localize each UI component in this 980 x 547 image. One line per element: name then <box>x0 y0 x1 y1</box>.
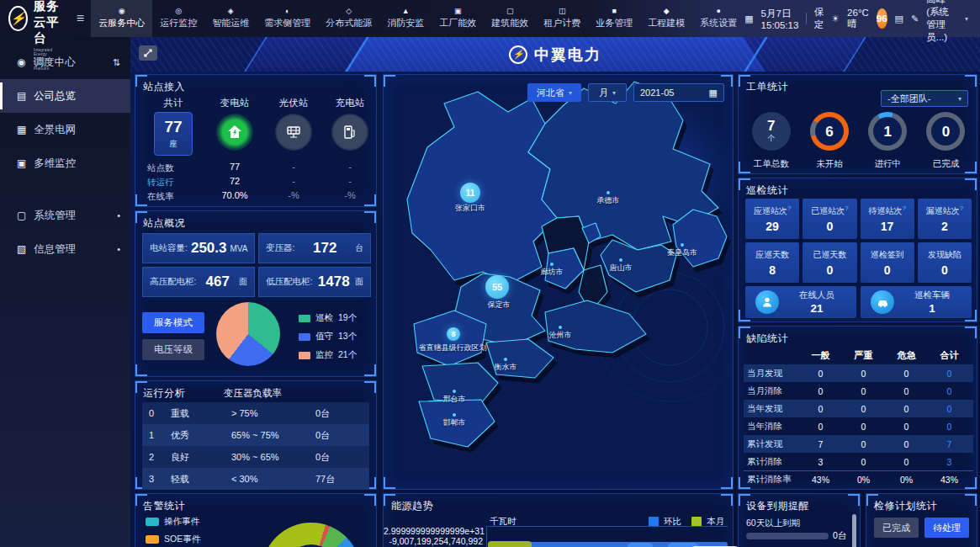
nav-item-engineering-model[interactable]: ◆工程建模 <box>640 0 692 37</box>
panel-title: 缺陷统计 <box>746 332 788 346</box>
help-icon[interactable]: ? <box>902 204 905 212</box>
tile-online-staff[interactable]: 在线人员21 <box>745 286 856 318</box>
sidebar-item-system-mgmt[interactable]: ▢系统管理• <box>0 199 130 232</box>
tile-done-days[interactable]: 已巡天数0 <box>803 242 856 283</box>
total-sites-unit: 座 <box>169 139 177 150</box>
total-sites-value: 77 <box>164 118 182 136</box>
wo-total-circle: 7个 <box>752 112 791 151</box>
fire-safety-icon: ▲ <box>402 8 410 15</box>
dashboard: ⚡ 综合能源服务云平台 Integrated Energy Services C… <box>0 0 980 547</box>
row-label: 在线率 <box>147 191 174 203</box>
y-tick: 2.999999999999999e+31 <box>384 526 483 536</box>
help-icon[interactable]: ? <box>960 204 963 212</box>
city-dot <box>550 263 554 266</box>
tile-missed-visits[interactable]: 漏巡站次?2 <box>918 199 972 239</box>
user-menu[interactable]: 高峰 (系统管理员...) <box>926 0 957 44</box>
notification-badge[interactable]: 96 <box>877 8 887 29</box>
work-orders-panel: 工单统计 -全部团队-▾ 7个 工单总数 6 未开始 1 进行中 <box>738 74 977 174</box>
sidebar-item-company-overview[interactable]: ▤公司总览 <box>0 79 130 113</box>
date-picker[interactable]: 2021-05▦ <box>633 83 724 102</box>
nav-item-demand-side[interactable]: ◐需求侧管理 <box>257 0 318 37</box>
screen-icon: ▣ <box>17 157 26 169</box>
map-region-zhangjiakou[interactable] <box>407 92 557 284</box>
panel-title: 告警统计 <box>143 499 185 513</box>
nav-item-operation-monitor[interactable]: ◎运行监控 <box>152 0 204 37</box>
map-panel: 河北省▾ 月▾ 2021-05▦ 11 张家口市 承德市 秦皇岛市 唐山市 廊坊… <box>383 74 734 490</box>
legend-swatch <box>299 352 310 359</box>
city-label-tangshan: 唐山市 <box>610 263 633 274</box>
nav-item-distributed-energy[interactable]: ◇分布式能源 <box>318 0 379 37</box>
voltage-level-button[interactable]: 电压等级 <box>142 339 204 360</box>
city-label-cangzhou: 沧州市 <box>549 330 572 341</box>
help-icon[interactable]: ? <box>787 204 791 212</box>
sidebar-item-dispatch-center[interactable]: ◉调度中心⇅ <box>0 45 130 79</box>
tile-defects-found[interactable]: 发现缺陷0 <box>918 242 972 283</box>
legend-item: 值守13个 <box>299 331 357 343</box>
company-logo-icon: ⚡ <box>509 45 527 64</box>
inspection-wide-tiles: 在线人员21 巡检车辆1 <box>745 286 972 318</box>
site-count-bubble-shijiazhuang[interactable]: 8 <box>447 327 460 341</box>
column-header: 共计 <box>151 97 196 109</box>
pencil-icon[interactable]: ✎ <box>911 13 919 24</box>
city-dot <box>681 243 684 247</box>
tile-checkins[interactable]: 巡检签到0 <box>861 242 914 283</box>
cell-value: - <box>327 162 373 172</box>
expiry-progress-bar <box>746 533 829 539</box>
row-label: 转运行 <box>147 177 174 189</box>
maintenance-filter-buttons: 已完成 待处理 <box>874 518 969 538</box>
province-select[interactable]: 河北省▾ <box>527 83 581 102</box>
sidebar-item-info-mgmt[interactable]: ▧信息管理• <box>0 232 130 266</box>
site-count-bubble-zhangjiakou[interactable]: 11 <box>460 183 480 203</box>
alarm-stats-panel: 告警统计 操作事件 SOE事件 <box>135 493 377 547</box>
panel-title: 站点接入 <box>143 80 185 94</box>
team-filter-select[interactable]: -全部团队-▾ <box>881 90 968 107</box>
period-select[interactable]: 月▾ <box>588 83 627 102</box>
city-dot <box>607 191 610 194</box>
top-nav: ◉云服务中心 ◎运行监控 ◈智能运维 ◐需求侧管理 ◇分布式能源 ▲消防安监 ▣… <box>91 0 744 37</box>
table-header-row: 一般严重危急合计 <box>744 347 973 364</box>
nav-item-cloud-service[interactable]: ◉云服务中心 <box>91 0 152 37</box>
help-icon[interactable]: ? <box>845 204 848 212</box>
alarm-legend: 操作事件 SOE事件 <box>146 516 200 547</box>
city-label-handan: 邯郸市 <box>443 417 466 428</box>
company-icon: ▤ <box>17 90 26 102</box>
nav-item-tenant-billing[interactable]: ◫租户计费 <box>536 0 588 37</box>
nav-item-building-efficiency[interactable]: ▢建筑能效 <box>484 0 536 37</box>
scrollbar[interactable] <box>852 514 856 547</box>
pending-button[interactable]: 待处理 <box>924 518 969 538</box>
energy-trend-panel: 能源趋势 千瓦时 环比 本月 2.999999999999999e+31 -9,… <box>383 493 734 547</box>
city-dot <box>559 326 562 329</box>
app-title: 综合能源服务云平台 <box>34 0 63 46</box>
nav-item-smart-ops[interactable]: ◈智能运维 <box>204 0 257 37</box>
work-order-circles: 7个 工单总数 6 未开始 1 进行中 0 已完成 <box>742 112 975 170</box>
expand-button[interactable] <box>139 45 157 61</box>
wo-not-started-ring: 6 <box>810 112 849 151</box>
table-row: 累计发现7007 <box>744 435 973 453</box>
nav-item-business-mgmt[interactable]: ■业务管理 <box>588 0 640 37</box>
completed-button[interactable]: 已完成 <box>874 518 919 538</box>
tile-due-days[interactable]: 应巡天数8 <box>745 242 799 283</box>
tile-due-visits[interactable]: 应巡站次?29 <box>745 199 799 239</box>
nav-item-factory-efficiency[interactable]: ▣工厂能效 <box>432 0 484 37</box>
nav-item-fire-safety[interactable]: ▲消防安监 <box>379 0 432 37</box>
city-label-langfang: 廊坊市 <box>541 267 564 278</box>
tile-done-visits[interactable]: 已巡站次?0 <box>803 199 856 239</box>
legend-item: 操作事件 <box>146 516 200 528</box>
sidebar-item-grid-panorama[interactable]: ▦全景电网 <box>0 113 130 146</box>
column-header: 光伏站 <box>271 97 316 109</box>
service-mode-button[interactable]: 服务模式 <box>142 312 204 333</box>
menu-toggle-icon[interactable]: ≡ <box>70 11 91 26</box>
doc-icon[interactable]: ▤ <box>895 13 903 24</box>
site-count-bubble-baoding[interactable]: 55 <box>485 275 509 299</box>
sidebar-item-multi-monitor[interactable]: ▣多维监控 <box>0 146 130 180</box>
weather-text: 26°C晴 <box>847 8 869 30</box>
tile-pending-visits[interactable]: 待巡站次?17 <box>861 199 914 239</box>
nav-item-system-settings[interactable]: ●系统设置 <box>692 0 744 37</box>
tile-inspection-vehicles[interactable]: 巡检车辆1 <box>861 286 972 318</box>
panel-title: 检修计划统计 <box>874 499 937 513</box>
swap-icon[interactable]: ⇅ <box>113 57 120 68</box>
table-title: 变压器负载率 <box>224 387 282 400</box>
model-icon: ◆ <box>664 8 670 15</box>
panel-title: 巡检统计 <box>746 183 788 198</box>
wo-completed-ring: 0 <box>926 112 965 151</box>
